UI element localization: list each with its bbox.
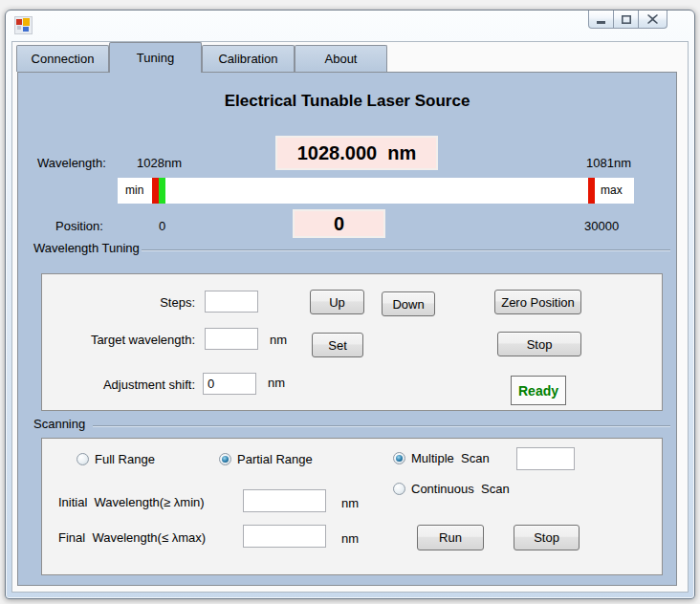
radio-partial-range[interactable]: Partial Range [219, 452, 313, 466]
min-limit-marker [152, 178, 159, 204]
tab-label: Connection [32, 52, 95, 66]
radio-full-range[interactable]: Full Range [77, 452, 155, 466]
tuning-section-title: Wavelength Tuning [33, 241, 140, 255]
tuning-panel: Steps: Up Down Zero Position Target wave… [41, 273, 663, 411]
wavelength-display[interactable]: 1028.000 nm [275, 136, 438, 170]
run-button[interactable]: Run [417, 525, 484, 550]
tab-about[interactable]: About [295, 45, 387, 72]
slider-min-text: min [125, 183, 143, 197]
tab-tuning[interactable]: Tuning [109, 42, 202, 73]
position-display[interactable]: 0 [293, 209, 385, 238]
tuning-tab-page: Electrical Tunable Laser Source Waveleng… [17, 72, 677, 586]
radio-icon [219, 453, 231, 465]
initial-wavelength-label: Initial Wavelength(≥ λmin) [58, 495, 205, 509]
scanning-section-title: Scanning [33, 417, 85, 431]
screen: Connection Tuning Calibration About Elec… [0, 0, 700, 604]
tab-label: Tuning [137, 51, 174, 65]
target-wavelength-input[interactable] [205, 328, 258, 350]
tuning-stop-button[interactable]: Stop [497, 332, 581, 356]
tab-label: About [325, 52, 358, 66]
app-icon-yellow-square [23, 18, 30, 26]
adjustment-shift-label: Adjustment shift: [61, 378, 195, 392]
app-icon-blue-square [23, 27, 29, 32]
tab-connection[interactable]: Connection [16, 45, 109, 72]
tab-label: Calibration [218, 52, 277, 66]
status-badge: Ready [511, 376, 566, 405]
page-title: Electrical Tunable Laser Source [18, 92, 676, 111]
down-button[interactable]: Down [382, 291, 435, 316]
position-max-label: 30000 [584, 219, 619, 233]
radio-icon [77, 453, 89, 465]
position-slider-track: min max [118, 178, 634, 204]
scanning-panel: Full Range Partial Range Multiple Scan C… [41, 438, 663, 575]
form-client-area: Connection Tuning Calibration About Elec… [11, 41, 689, 593]
target-unit-label: nm [270, 333, 287, 347]
final-wavelength-label: Final Wavelength(≤ λmax) [58, 530, 206, 545]
close-icon [647, 14, 658, 24]
scanning-section-line [93, 425, 670, 427]
multiple-scan-count-input[interactable] [516, 447, 575, 470]
app-icon-gray-square [17, 26, 21, 30]
radio-label: Full Range [95, 452, 155, 466]
radio-label: Partial Range [237, 452, 313, 466]
tuning-section-line [142, 249, 670, 251]
initial-wavelength-input[interactable] [243, 489, 326, 512]
wavelength-label: Wavelength: [37, 156, 106, 170]
close-button[interactable] [638, 11, 667, 29]
radio-icon [393, 452, 405, 464]
up-button[interactable]: Up [310, 290, 364, 314]
steps-input[interactable] [205, 291, 258, 313]
caption-buttons [589, 11, 667, 29]
radio-icon [393, 483, 405, 495]
position-min-label: 0 [159, 219, 165, 233]
zero-position-button[interactable]: Zero Position [494, 290, 581, 314]
max-limit-marker [588, 178, 595, 204]
adjustment-shift-input[interactable] [203, 373, 256, 395]
app-window: Connection Tuning Calibration About Elec… [5, 10, 695, 599]
scanning-stop-button[interactable]: Stop [514, 525, 580, 550]
radio-continuous-scan[interactable]: Continuous Scan [393, 482, 510, 496]
app-icon-red-square [16, 19, 22, 25]
initial-unit-label: nm [341, 496, 359, 510]
final-wavelength-input[interactable] [243, 525, 326, 548]
tab-calibration[interactable]: Calibration [202, 45, 295, 72]
radio-label: Continuous Scan [411, 482, 510, 496]
adjustment-unit-label: nm [268, 376, 285, 390]
slider-max-text: max [601, 183, 623, 197]
wavelength-min-label: 1028nm [137, 156, 182, 170]
steps-label: Steps: [80, 295, 195, 310]
app-icon [14, 16, 33, 34]
radio-multiple-scan[interactable]: Multiple Scan [393, 451, 490, 465]
minimize-icon [597, 15, 605, 24]
maximize-icon [622, 15, 631, 24]
maximize-button[interactable] [613, 11, 639, 29]
wavelength-max-label: 1081nm [586, 156, 631, 170]
radio-label: Multiple Scan [411, 451, 490, 465]
set-button[interactable]: Set [312, 333, 363, 357]
current-position-marker [159, 178, 165, 204]
position-label: Position: [55, 219, 103, 233]
minimize-button[interactable] [588, 11, 614, 29]
target-wavelength-label: Target wavelength: [61, 333, 195, 347]
final-unit-label: nm [341, 531, 359, 546]
